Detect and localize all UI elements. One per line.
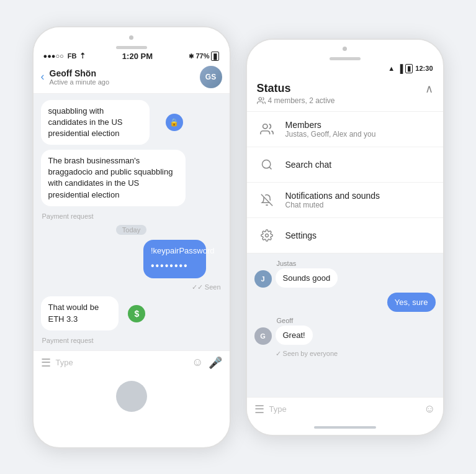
chevron-up-icon[interactable]: ∧ — [425, 82, 433, 96]
members-sub-icon — [257, 96, 266, 105]
panel-sub-text: 4 members, 2 active — [268, 96, 335, 105]
input-bar-2[interactable]: ☰ Type ☺ — [247, 397, 443, 421]
message-sent-1: !keypairPassword •••••••• — [143, 240, 222, 279]
seen-label-1: ✓✓ Seen — [192, 283, 222, 291]
notifications-text: Notifications and sounds Chat muted — [285, 191, 380, 209]
svg-point-5 — [265, 234, 268, 237]
emoji-icon-1[interactable]: ☺ — [192, 356, 203, 369]
status-bar-2: ▲ ▐ ▮ 12:30 — [247, 60, 443, 75]
menu-icon-1[interactable]: ☰ — [41, 356, 51, 370]
phone-1: ●●●○○ FB ⇡ 1:20 PM ✱ 77% ▮ ‹ Geoff Shön … — [32, 26, 231, 449]
phone-2: ▲ ▐ ▮ 12:30 Status 4 members, 2 active ∧ — [246, 39, 444, 436]
eth-text: That would be ETH 3.3 — [48, 303, 99, 323]
members-main: Members — [285, 120, 376, 130]
notifications-sub: Chat muted — [285, 201, 380, 209]
search-text: Search chat — [285, 160, 332, 170]
avatar-justas: J — [254, 270, 272, 288]
password-dots: •••••••• — [151, 259, 199, 273]
input-placeholder-2[interactable]: Type — [269, 404, 420, 414]
settings-text: Settings — [285, 230, 317, 240]
input-placeholder-1[interactable]: Type — [56, 358, 187, 367]
svg-point-2 — [262, 160, 270, 168]
settings-main: Settings — [285, 230, 317, 240]
time-display-1: 1:20 PM — [122, 52, 153, 61]
notifications-main: Notifications and sounds — [285, 191, 380, 201]
emoji-icon-2[interactable]: ☺ — [424, 403, 435, 416]
fb-label: FB — [68, 52, 77, 60]
message-2: The brash businessman's braggadocio and … — [41, 150, 186, 206]
panel-title: Status — [257, 82, 335, 95]
input-bar-1[interactable]: ☰ Type ☺ 🎤 — [34, 350, 230, 375]
chat-header: ‹ Geoff Shön Active a minute ago GS — [34, 62, 230, 94]
bubble-eth: That would be ETH 3.3 — [41, 296, 119, 330]
search-main: Search chat — [285, 160, 332, 170]
bubble-geoff: Great! — [276, 326, 313, 345]
message-eth: That would be ETH 3.3 $ — [41, 296, 138, 330]
signal-icons: ●●●○○ — [43, 52, 64, 60]
status-left: ●●●○○ FB ⇡ — [43, 52, 86, 60]
avatar-geoff: G — [254, 327, 272, 345]
bubble-sent-2: Yes, sure — [387, 293, 436, 312]
menu-item-search[interactable]: Search chat — [247, 147, 443, 183]
chat-body-2[interactable]: J Justas Sounds good Yes, sure G — [247, 253, 443, 397]
sender-geoff: Geoff — [277, 317, 313, 324]
bluetooth-icon: ✱ — [189, 53, 194, 60]
back-button[interactable]: ‹ — [41, 70, 45, 83]
svg-line-3 — [269, 166, 271, 169]
avatar-initial: GS — [205, 73, 216, 81]
home-button[interactable] — [116, 381, 147, 412]
panel-header: Status 4 members, 2 active ∧ — [247, 75, 443, 112]
mic-icon-1[interactable]: 🎤 — [209, 356, 222, 370]
bell-off-icon — [257, 190, 277, 210]
contact-avatar[interactable]: GS — [200, 66, 222, 88]
settings-icon — [257, 226, 277, 245]
svg-line-4 — [261, 194, 272, 205]
status-right-1: ✱ 77% ▮ — [189, 52, 219, 61]
msg-col-geoff: Geoff Great! — [276, 317, 313, 345]
panel-info: Status 4 members, 2 active — [257, 82, 335, 105]
members-text: Members Justas, Geoff, Alex and you — [285, 120, 376, 139]
payment-label-1: Payment request — [41, 211, 222, 220]
contact-name: Geoff Shön — [50, 68, 195, 78]
lock-badge-1: 🔒 — [166, 114, 183, 131]
status-bar-1: ●●●○○ FB ⇡ 1:20 PM ✱ 77% ▮ — [34, 49, 230, 62]
menu-icon-2[interactable]: ☰ — [254, 403, 264, 416]
msg-row-justas: J Justas Sounds good — [254, 260, 436, 288]
menu-list: Members Justas, Geoff, Alex and you Sear… — [247, 112, 443, 253]
sender-justas: Justas — [277, 260, 338, 267]
bubble-justas: Sounds good — [276, 268, 338, 288]
members-sub: Justas, Geoff, Alex and you — [285, 130, 376, 139]
time-display-2: 12:30 — [415, 65, 433, 72]
camera-dot-2 — [343, 47, 347, 51]
text-justas: Sounds good — [283, 273, 331, 283]
battery-pct: 77% — [195, 52, 209, 60]
bubble-1-text: squabbling with candidates in the US pre… — [48, 106, 123, 138]
people-icon — [257, 119, 277, 139]
home-bar-2 — [314, 426, 376, 429]
bubble-1: squabbling with candidates in the US pre… — [41, 100, 150, 145]
contact-info: Geoff Shön Active a minute ago — [50, 68, 195, 86]
bubble-2-text: The brash businessman's braggadocio and … — [48, 156, 173, 199]
wifi-icon: ⇡ — [79, 52, 86, 60]
scene: ●●●○○ FB ⇡ 1:20 PM ✱ 77% ▮ ‹ Geoff Shön … — [20, 14, 457, 461]
menu-item-settings[interactable]: Settings — [247, 218, 443, 253]
dollar-badge: $ — [128, 305, 145, 322]
msg-row-sent: Yes, sure — [254, 293, 436, 312]
text-geoff: Great! — [283, 330, 305, 340]
date-divider: Today — [116, 225, 146, 235]
battery-icon: ▮ — [211, 52, 219, 61]
panel-sub: 4 members, 2 active — [257, 96, 335, 105]
home-indicator-2 — [247, 421, 443, 435]
battery-icon-2: ▮ — [405, 64, 413, 73]
payment-label-2: Payment request — [41, 335, 222, 344]
menu-item-members[interactable]: Members Justas, Geoff, Alex and you — [247, 112, 443, 147]
msg-col-justas: Justas Sounds good — [276, 260, 338, 288]
signal-icon-2: ▐ — [397, 64, 403, 73]
status-icons-2: ▲ ▐ ▮ 12:30 — [388, 64, 433, 73]
menu-item-notifications[interactable]: Notifications and sounds Chat muted — [247, 183, 443, 218]
search-icon — [257, 155, 277, 175]
seen-everyone: ✓ Seen by everyone — [254, 350, 338, 358]
svg-point-1 — [263, 124, 267, 128]
chat-body-1[interactable]: squabbling with candidates in the US pre… — [34, 94, 230, 350]
text-sent: Yes, sure — [395, 298, 428, 307]
